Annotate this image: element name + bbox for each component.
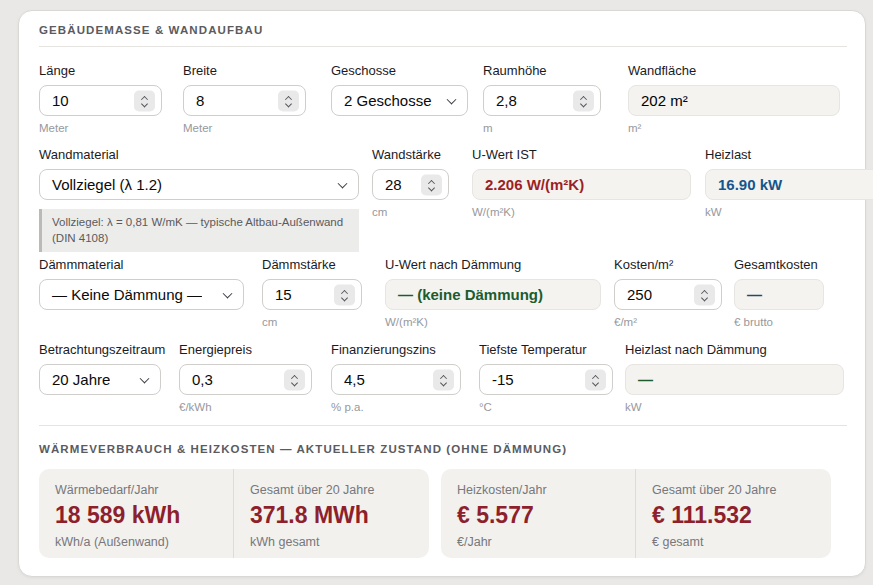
uwert-ist-field: U-Wert IST 2.206 W/(m²K) W/(m²K)	[472, 147, 691, 218]
uwert-ist-readonly-box: 2.206 W/(m²K)	[472, 169, 691, 200]
daemmstaerke-field: Dämmstärke cm	[262, 257, 362, 328]
uwert-nach-daemmung-value: — (keine Dämmung)	[386, 286, 543, 303]
tiefste-temperatur-label: Tiefste Temperatur	[479, 342, 613, 358]
gesamtkosten-label: Gesamtkosten	[734, 257, 824, 273]
daemmmaterial-selected-value: — Keine Dämmung —	[40, 286, 202, 303]
kosten-m2-input[interactable]	[615, 280, 687, 309]
breite-stepper[interactable]	[278, 90, 299, 111]
heizlast-nach-daemmung-field: Heizlast nach Dämmung — kW	[625, 342, 844, 413]
stepper-down-icon[interactable]	[285, 100, 292, 107]
uwert-ist-unit: W/(m²K)	[472, 206, 691, 218]
daemmmaterial-label: Dämmmaterial	[39, 257, 244, 273]
breite-input[interactable]	[184, 86, 271, 115]
chevron-down-icon	[447, 94, 457, 104]
wandstaerke-unit: cm	[372, 206, 449, 218]
tiefste-temperatur-stepper[interactable]	[585, 369, 606, 390]
section-title-building: GEBÄUDEMASSE & WANDAUFBAU	[39, 24, 263, 36]
stat-label: Heizkosten/Jahr	[457, 483, 635, 497]
geschosse-select[interactable]: 2 Geschosse	[331, 85, 468, 116]
heizlast-nach-daemmung-unit: kW	[625, 401, 844, 413]
wandflaeche-unit: m²	[628, 122, 840, 134]
energiepreis-stepper[interactable]	[284, 369, 305, 390]
section-divider-top	[39, 46, 847, 47]
wandstaerke-field: Wandstärke cm	[372, 147, 449, 218]
stat-unit: kWh gesamt	[250, 535, 429, 549]
heizlast-label: Heizlast	[705, 147, 873, 163]
heizlast-nach-daemmung-value: —	[626, 371, 653, 388]
finanzierungszins-input[interactable]	[332, 365, 426, 394]
uwert-nach-daemmung-unit: W/(m²K)	[385, 316, 601, 328]
laenge-label: Länge	[39, 63, 162, 79]
energiepreis-input-box	[179, 364, 312, 395]
stepper-down-icon[interactable]	[291, 379, 298, 386]
laenge-field: Länge Meter	[39, 63, 162, 134]
stepper-down-icon[interactable]	[701, 294, 708, 301]
tiefste-temperatur-field: Tiefste Temperatur °C	[479, 342, 613, 413]
wandflaeche-field: Wandfläche 202 m² m²	[628, 63, 840, 134]
stat-value: € 111.532	[652, 502, 831, 529]
stepper-down-icon[interactable]	[341, 294, 348, 301]
gesamtkosten-value: —	[735, 286, 762, 303]
stat-heizkosten-jahr: Heizkosten/Jahr € 5.577 €/Jahr	[441, 469, 636, 558]
energiepreis-field: Energiepreis €/kWh	[179, 342, 312, 413]
finanzierungszins-field: Finanzierungszins % p.a.	[331, 342, 461, 413]
stat-label: Wärmebedarf/Jahr	[55, 483, 233, 497]
stat-unit: kWh/a (Außenwand)	[55, 535, 233, 549]
raumhoehe-stepper[interactable]	[573, 90, 594, 111]
betrachtungszeitraum-select[interactable]: 20 Jahre	[39, 364, 161, 395]
section-title-results: WÄRMEVERBRAUCH & HEIZKOSTEN — AKTUELLER …	[39, 443, 567, 455]
daemmstaerke-stepper[interactable]	[334, 284, 355, 305]
tiefste-temperatur-input[interactable]	[480, 365, 578, 394]
chevron-down-icon	[338, 178, 348, 188]
gesamtkosten-readonly-box: —	[734, 279, 824, 310]
daemmstaerke-unit: cm	[262, 316, 362, 328]
betrachtungszeitraum-label: Betrachtungszeitraum	[39, 342, 161, 358]
raumhoehe-field: Raumhöhe m	[483, 63, 601, 134]
daemmstaerke-label: Dämmstärke	[262, 257, 362, 273]
laenge-input[interactable]	[40, 86, 127, 115]
chevron-down-icon	[140, 373, 150, 383]
betrachtungszeitraum-selected-value: 20 Jahre	[40, 371, 110, 388]
uwert-nach-daemmung-readonly-box: — (keine Dämmung)	[385, 279, 601, 310]
stepper-down-icon[interactable]	[440, 379, 447, 386]
raumhoehe-input-box	[483, 85, 601, 116]
stat-gesamt-energie: Gesamt über 20 Jahre 371.8 MWh kWh gesam…	[234, 469, 429, 558]
daemmmaterial-select[interactable]: — Keine Dämmung —	[39, 279, 244, 310]
stepper-down-icon[interactable]	[428, 184, 435, 191]
daemmstaerke-input-box	[262, 279, 362, 310]
betrachtungszeitraum-field: Betrachtungszeitraum 20 Jahre	[39, 342, 161, 395]
gesamtkosten-unit: € brutto	[734, 316, 824, 328]
chevron-down-icon	[223, 288, 233, 298]
kosten-m2-input-box	[614, 279, 722, 310]
finanzierungszins-label: Finanzierungszins	[331, 342, 461, 358]
wandmaterial-info-note: Vollziegel: λ = 0,81 W/mK — typische Alt…	[39, 209, 359, 252]
kosten-m2-unit: €/m²	[614, 316, 722, 328]
stat-value: € 5.577	[457, 502, 635, 529]
wandstaerke-label: Wandstärke	[372, 147, 449, 163]
stepper-down-icon[interactable]	[592, 379, 599, 386]
stepper-down-icon[interactable]	[141, 100, 148, 107]
wandstaerke-stepper[interactable]	[421, 174, 442, 195]
finanzierungszins-stepper[interactable]	[433, 369, 454, 390]
breite-unit: Meter	[183, 122, 306, 134]
finanzierungszins-unit: % p.a.	[331, 401, 461, 413]
stat-value: 371.8 MWh	[250, 502, 429, 529]
stat-unit: €/Jahr	[457, 535, 635, 549]
uwert-ist-label: U-Wert IST	[472, 147, 691, 163]
stepper-down-icon[interactable]	[580, 100, 587, 107]
laenge-stepper[interactable]	[134, 90, 155, 111]
geschosse-selected-value: 2 Geschosse	[332, 92, 432, 109]
raumhoehe-input[interactable]	[484, 86, 566, 115]
wandflaeche-label: Wandfläche	[628, 63, 840, 79]
daemmstaerke-input[interactable]	[263, 280, 327, 309]
energiepreis-label: Energiepreis	[179, 342, 312, 358]
uwert-nach-daemmung-field: U-Wert nach Dämmung — (keine Dämmung) W/…	[385, 257, 601, 328]
wandmaterial-select[interactable]: Vollziegel (λ 1.2)	[39, 169, 359, 200]
wandstaerke-input[interactable]	[373, 170, 414, 199]
finanzierungszins-input-box	[331, 364, 461, 395]
kosten-m2-stepper[interactable]	[694, 284, 715, 305]
energiepreis-input[interactable]	[180, 365, 277, 394]
energiepreis-unit: €/kWh	[179, 401, 312, 413]
section-divider-results	[39, 425, 847, 426]
calculator-card: GEBÄUDEMASSE & WANDAUFBAU Länge Meter Br…	[18, 10, 866, 577]
